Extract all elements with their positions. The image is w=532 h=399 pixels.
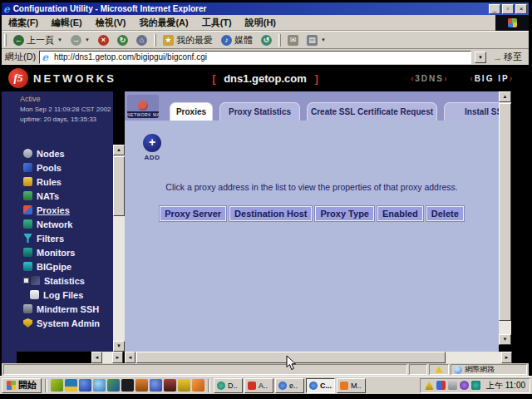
scroll-thumb[interactable] [499,103,511,321]
back-dropdown-icon: ▼ [57,37,62,42]
restore-icon[interactable]: ▫ [502,4,514,14]
tray-icon[interactable] [460,381,469,390]
tab-proxy-statistics[interactable]: Proxy Statistics [219,102,300,121]
back-button[interactable]: ← 上一頁 ▼ [9,32,66,48]
status-uptime: uptime: 20 days, 15:35:33 [20,116,113,123]
taskbar-divider [208,379,210,392]
quicklaunch-icon[interactable] [121,379,134,392]
bigpipe-icon [23,262,32,271]
close-icon[interactable]: × [515,4,527,14]
sidebar-item-rules[interactable]: Rules [17,175,113,189]
quicklaunch-icon[interactable] [178,379,190,392]
app-icon [278,382,287,390]
tab-proxies[interactable]: Proxies [170,102,213,121]
mouse-cursor [286,355,297,371]
sidebar-item-filters[interactable]: Filters [17,231,113,245]
network-map-globe-icon [138,101,148,111]
main-vertical-scrollbar[interactable]: ▲ ▼ [499,91,511,345]
sidebar-item-monitors[interactable]: Monitors [17,245,113,259]
app-icon [248,382,256,390]
sidebar-item-mindterm-ssh[interactable]: Mindterm SSH [17,302,113,316]
task-window-button[interactable]: D.. [214,378,243,393]
system-status: Active Mon Sep 2 11:09:28 CST 2002 uptim… [17,91,113,123]
add-proxy-button[interactable]: + [143,134,161,152]
scroll-left-icon[interactable]: ◄ [91,352,102,363]
internet-zone-icon [454,366,462,374]
go-button[interactable]: → 移至 [490,50,525,64]
stop-button[interactable]: × [94,32,113,48]
sidebar-scrollbar[interactable]: ▲ ▼ [113,145,125,352]
minimize-icon[interactable]: _ [489,4,500,14]
sidebar-item-nats[interactable]: NATs [17,189,113,203]
app-icon [340,382,348,390]
menu-view[interactable]: 檢視(V) [89,17,133,29]
sidebar-horizontal-scrollbar[interactable]: ◄ ► [91,352,123,363]
tab-create-ssl-certificate-request[interactable]: Create SSL Certificate Request [307,102,437,121]
address-input[interactable]: e http://dns1.getop.com/bigipgui/bigconf… [39,51,471,64]
scroll-up-icon[interactable]: ▲ [113,145,125,155]
menu-tools[interactable]: 工具(T) [195,17,239,29]
column-proxy-server: Proxy Server [160,206,226,221]
quicklaunch-icon[interactable] [135,379,148,392]
tray-icon[interactable] [448,381,457,390]
scroll-down-icon[interactable]: ▼ [499,334,511,345]
address-dropdown-icon[interactable]: ▼ [475,52,486,63]
sidebar-item-proxies[interactable]: Proxies [17,203,113,217]
browser-toolbar: ← 上一頁 ▼ → ▼ × ↻ ⌂ ★ 我的最愛 ♪ 媒體 ↺ [2,31,529,48]
scroll-up-icon[interactable]: ▲ [499,91,511,102]
scroll-thumb[interactable] [113,156,125,216]
task-window-button[interactable]: A.. [244,378,273,393]
tray-icon[interactable] [471,381,480,390]
quicklaunch-icon[interactable] [150,379,162,392]
tray-icon[interactable] [436,381,446,390]
toolbar-grip [4,34,7,47]
hostname: dns1.getop.com [219,72,312,85]
tab-strip: NETWORK MAP Proxies Proxy Statistics Cre… [125,91,499,121]
quicklaunch-icon[interactable] [51,379,63,392]
menu-edit[interactable]: 編輯(E) [45,17,89,29]
scroll-left-icon[interactable]: ◄ [125,352,135,363]
chevron-right-icon: › [510,74,514,83]
forward-dropdown-icon: ▼ [85,37,90,42]
refresh-button[interactable]: ↻ [113,32,132,48]
sidebar-item-pools[interactable]: Pools [17,160,113,175]
task-window-button[interactable]: e.. [275,378,304,393]
quicklaunch-icon[interactable] [65,379,77,392]
sidebar-item-statistics[interactable]: Statistics [17,273,113,288]
home-button[interactable]: ⌂ [132,32,151,48]
quicklaunch-icon[interactable] [93,379,106,392]
sidebar-item-network[interactable]: Network [17,217,113,231]
menu-favorites[interactable]: 我的最愛(A) [132,17,195,29]
forward-button[interactable]: → ▼ [66,32,94,48]
expander-icon[interactable] [23,278,29,283]
quicklaunch-icon[interactable] [164,379,176,392]
column-destination-host: Destination Host [229,206,312,221]
main-horizontal-scrollbar[interactable]: ◄ ► [125,352,512,363]
ssh-icon [23,304,32,313]
task-window-button[interactable]: M.. [337,378,366,393]
media-button[interactable]: ♪ 媒體 [217,32,257,48]
scroll-right-icon[interactable]: ► [501,352,512,363]
quicklaunch-icon[interactable] [79,379,91,392]
menu-file[interactable]: 檔案(F) [2,17,45,29]
sidebar-nav: Nodes Pools Rules NATs Proxies Network F… [17,146,113,330]
menu-help[interactable]: 說明(H) [239,17,283,29]
favorites-button[interactable]: ★ 我的最愛 [159,32,217,48]
scroll-down-icon[interactable]: ▼ [113,341,125,352]
scroll-right-icon[interactable]: ► [112,352,123,363]
tab-install-ssl-certificate[interactable]: Install SSL Certif [444,102,499,121]
status-pane [3,364,407,375]
print-button[interactable]: ▤ ▼ [303,32,330,48]
quicklaunch-icon[interactable] [107,379,120,392]
history-button[interactable]: ↺ [257,32,276,48]
tray-icon[interactable] [425,381,434,390]
mail-button[interactable]: ✉ [283,32,303,48]
start-button[interactable]: 開始 [2,378,42,393]
sidebar-item-bigpipe[interactable]: BIGpipe [17,259,113,273]
sidebar-item-system-admin[interactable]: System Admin [17,316,113,330]
task-window-button-active[interactable]: C... [306,378,335,393]
sidebar-item-nodes[interactable]: Nodes [17,146,113,160]
network-map-button[interactable]: NETWORK MAP [127,95,159,118]
sidebar-item-log-files[interactable]: Log Files [17,288,113,302]
quicklaunch-icon[interactable] [192,379,204,392]
